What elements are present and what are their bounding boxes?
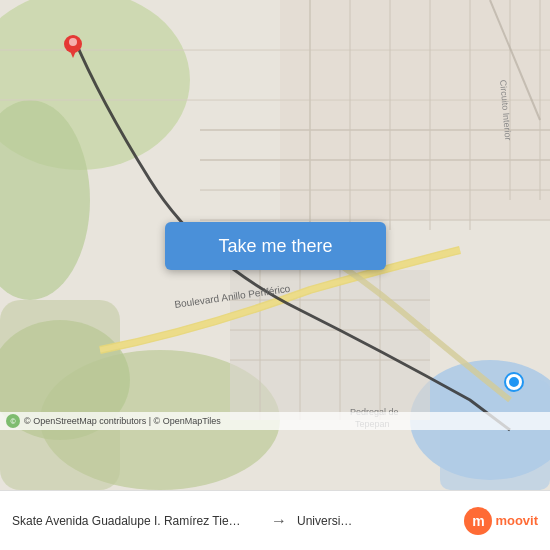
map-attribution: © © OpenStreetMap contributors | © OpenM…	[0, 412, 550, 430]
route-arrow-icon: →	[271, 512, 287, 530]
moovit-brand-text: moovit	[495, 513, 538, 528]
take-me-there-button[interactable]: Take me there	[165, 222, 386, 270]
attribution-text: © OpenStreetMap contributors | © OpenMap…	[24, 416, 221, 426]
svg-rect-5	[0, 300, 120, 490]
osm-logo: ©	[6, 414, 20, 428]
svg-point-37	[69, 38, 77, 46]
map-container: Boulevard Anillo Periférico Circuito Int…	[0, 0, 550, 490]
route-to-label: Universi…	[297, 514, 446, 528]
moovit-icon: m	[464, 507, 492, 535]
bottom-bar: Skate Avenida Guadalupe I. Ramírez Tie… …	[0, 490, 550, 550]
origin-dot	[506, 374, 522, 390]
route-from-label: Skate Avenida Guadalupe I. Ramírez Tie…	[12, 514, 261, 528]
app: Boulevard Anillo Periférico Circuito Int…	[0, 0, 550, 550]
moovit-logo: m moovit	[464, 507, 538, 535]
svg-rect-7	[440, 380, 550, 490]
